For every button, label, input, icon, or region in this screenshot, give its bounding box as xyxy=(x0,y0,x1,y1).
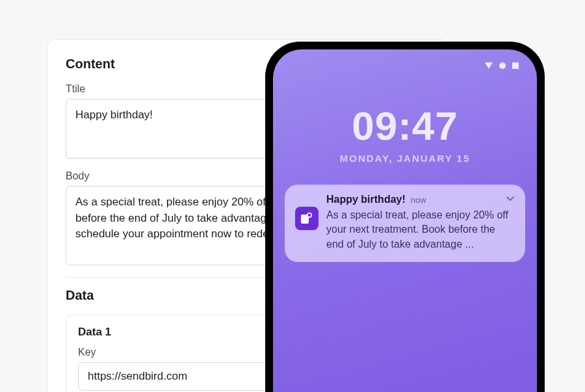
chevron-down-icon[interactable] xyxy=(506,194,515,203)
clock-time: 09:47 xyxy=(273,103,537,149)
battery-icon xyxy=(512,62,519,69)
phone-screen: 09:47 MONDAY, JANUARY 15 Happy birthday!… xyxy=(273,49,537,392)
notification-body: Happy birthday! now As a special treat, … xyxy=(326,194,515,252)
svg-rect-2 xyxy=(308,214,311,216)
notification-title: Happy birthday! xyxy=(326,194,406,205)
notification-text: As a special treat, please enjoy 20% off… xyxy=(326,208,515,252)
status-dot-icon xyxy=(499,62,506,69)
status-bar-icons xyxy=(485,62,519,69)
signal-icon xyxy=(485,62,493,69)
lockscreen-clock: 09:47 MONDAY, JANUARY 15 xyxy=(273,103,537,164)
push-notification[interactable]: Happy birthday! now As a special treat, … xyxy=(285,185,525,262)
clock-date: MONDAY, JANUARY 15 xyxy=(273,153,537,164)
notification-time: now xyxy=(411,195,426,205)
app-icon xyxy=(295,207,318,230)
phone-mockup: 09:47 MONDAY, JANUARY 15 Happy birthday!… xyxy=(265,42,545,392)
